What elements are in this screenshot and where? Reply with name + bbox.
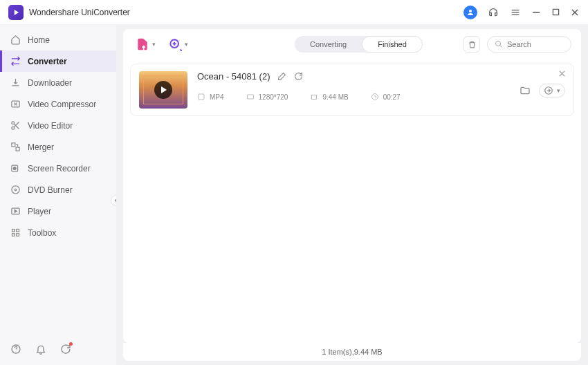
app-logo xyxy=(8,5,24,20)
svg-point-0 xyxy=(469,10,472,12)
file-title: Ocean - 54081 (2) xyxy=(197,71,270,82)
share-dropdown[interactable]: ▾ xyxy=(539,84,565,97)
sidebar-label: Home xyxy=(28,35,50,45)
sidebar-item-compressor[interactable]: Video Compressor xyxy=(0,93,116,115)
chevron-down-icon: ▾ xyxy=(152,41,156,48)
headset-support-icon[interactable] xyxy=(487,6,499,19)
tab-segment: Converting Finished xyxy=(295,36,423,53)
sidebar: Home Converter Downloader Video Compress… xyxy=(0,25,116,365)
sidebar-label: DVD Burner xyxy=(28,185,73,195)
add-file-button[interactable]: ▾ xyxy=(133,35,158,54)
format-icon xyxy=(197,93,205,101)
converter-icon xyxy=(10,56,21,67)
edit-icon[interactable] xyxy=(277,72,287,82)
meta-size: 9.44 MB xyxy=(310,93,348,101)
video-thumbnail[interactable] xyxy=(139,71,187,109)
play-icon xyxy=(10,206,21,217)
svg-rect-14 xyxy=(16,147,19,151)
user-account-icon[interactable] xyxy=(463,6,477,19)
chevron-down-icon: ▾ xyxy=(557,87,560,94)
remove-file-button[interactable] xyxy=(558,70,567,78)
sidebar-label: Video Compressor xyxy=(28,100,96,109)
file-row: Ocean - 54081 (2) MP4 1280*720 xyxy=(130,64,574,116)
sidebar-item-merger[interactable]: Merger xyxy=(0,136,116,158)
sidebar-item-downloader[interactable]: Downloader xyxy=(0,72,116,93)
sidebar-item-home[interactable]: Home xyxy=(0,29,116,50)
chevron-down-icon: ▾ xyxy=(185,41,188,48)
feedback-icon[interactable] xyxy=(59,343,72,355)
resolution-icon xyxy=(246,93,255,101)
svg-rect-22 xyxy=(12,234,15,236)
compressor-icon xyxy=(10,99,21,110)
svg-point-16 xyxy=(13,167,16,170)
titlebar: Wondershare UniConverter xyxy=(0,0,588,25)
add-url-button[interactable]: ▾ xyxy=(165,35,191,54)
svg-rect-30 xyxy=(199,94,204,100)
hamburger-menu-icon[interactable] xyxy=(509,6,522,19)
sidebar-item-player[interactable]: Player xyxy=(0,200,116,222)
share-icon xyxy=(544,86,553,95)
meta-format: MP4 xyxy=(197,93,224,101)
svg-point-17 xyxy=(11,186,19,194)
status-bar: 1 Item(s),9.44 MB xyxy=(123,343,581,361)
search-input[interactable] xyxy=(507,40,562,48)
scissors-icon xyxy=(10,120,21,131)
grid-icon xyxy=(10,227,21,238)
close-button[interactable] xyxy=(570,8,580,17)
sidebar-item-toolbox[interactable]: Toolbox xyxy=(0,222,116,243)
svg-point-10 xyxy=(11,127,14,129)
meta-duration: 00:27 xyxy=(371,93,401,101)
add-url-icon xyxy=(168,37,182,51)
maximize-button[interactable] xyxy=(551,8,560,17)
svg-rect-5 xyxy=(553,9,558,15)
sidebar-item-dvd[interactable]: DVD Burner xyxy=(0,179,116,200)
refresh-icon[interactable] xyxy=(294,72,304,82)
sidebar-label: Merger xyxy=(28,142,54,152)
svg-rect-21 xyxy=(16,230,19,232)
toolbar: ▾ ▾ Converting Finished xyxy=(123,29,581,59)
play-overlay-icon xyxy=(154,81,172,99)
sidebar-label: Toolbox xyxy=(28,228,56,238)
help-icon[interactable] xyxy=(10,343,22,355)
meta-resolution: 1280*720 xyxy=(246,93,288,101)
status-summary: 1 Item(s),9.44 MB xyxy=(322,348,382,356)
svg-rect-23 xyxy=(16,234,19,236)
tab-finished[interactable]: Finished xyxy=(362,36,423,53)
svg-rect-13 xyxy=(11,143,15,147)
sidebar-label: Player xyxy=(28,207,51,216)
size-icon xyxy=(310,93,318,101)
svg-rect-31 xyxy=(247,95,253,99)
sidebar-item-editor[interactable]: Video Editor xyxy=(0,115,116,136)
svg-rect-20 xyxy=(12,230,15,232)
svg-point-9 xyxy=(11,122,14,124)
sidebar-label: Video Editor xyxy=(28,121,73,131)
tab-converting[interactable]: Converting xyxy=(295,36,362,53)
svg-line-27 xyxy=(500,46,502,48)
add-file-icon xyxy=(136,37,149,51)
notification-bell-icon[interactable] xyxy=(35,343,47,355)
recorder-icon xyxy=(10,163,21,174)
svg-point-26 xyxy=(496,41,501,46)
search-icon xyxy=(495,40,503,48)
sidebar-item-converter[interactable]: Converter xyxy=(0,50,116,72)
home-icon xyxy=(10,35,21,46)
open-folder-icon[interactable] xyxy=(520,85,531,96)
search-box[interactable] xyxy=(487,36,571,53)
clock-icon xyxy=(371,93,379,101)
trash-button[interactable] xyxy=(463,36,480,53)
merger-icon xyxy=(10,142,21,153)
sidebar-label: Screen Recorder xyxy=(28,164,91,174)
svg-point-18 xyxy=(15,189,17,191)
content-area: ▾ ▾ Converting Finished xyxy=(116,25,588,365)
minimize-button[interactable] xyxy=(531,8,541,17)
sidebar-item-recorder[interactable]: Screen Recorder xyxy=(0,158,116,179)
disc-icon xyxy=(10,185,21,196)
app-title: Wondershare UniConverter xyxy=(29,8,130,17)
download-icon xyxy=(10,77,21,88)
sidebar-label: Downloader xyxy=(28,78,72,88)
sidebar-label: Converter xyxy=(28,57,67,66)
